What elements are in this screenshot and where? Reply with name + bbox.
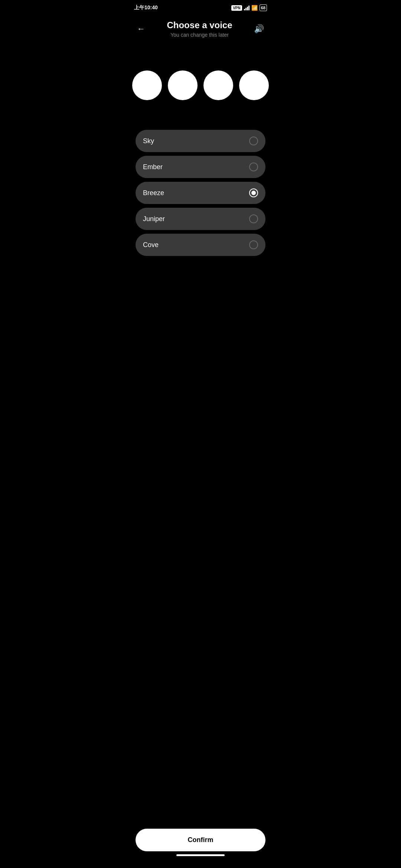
radio-sky [249,137,258,145]
radio-juniper [249,214,258,223]
voice-label-cove: Cove [143,241,159,249]
voice-visualization [128,41,273,130]
voice-option-sky[interactable]: Sky [136,130,265,152]
radio-breeze [249,188,258,197]
status-time: 上午10:40 [134,4,158,11]
voice-option-ember[interactable]: Ember [136,156,265,178]
voice-circle-3 [203,70,233,100]
voice-label-sky: Sky [143,137,154,145]
battery-indicator: 68 [260,4,267,11]
radio-cove [249,240,258,249]
radio-ember [249,162,258,171]
voice-label-breeze: Breeze [143,189,164,197]
voice-circle-2 [168,70,198,100]
page-header: ← Choose a voice You can change this lat… [128,14,273,41]
volume-button[interactable]: 🔊 [252,23,265,35]
vpn-badge: VPN [231,5,242,11]
voice-option-breeze[interactable]: Breeze [136,182,265,204]
status-right: VPN 📶 68 [231,4,267,11]
voice-options-list: Sky Ember Breeze Juniper Cove [128,130,273,256]
signal-icon [244,5,250,10]
header-center: Choose a voice You can change this later [147,20,252,38]
voice-option-cove[interactable]: Cove [136,234,265,256]
page-title: Choose a voice [147,20,252,30]
back-button[interactable]: ← [136,23,147,35]
voice-circle-4 [239,70,269,100]
radio-inner-breeze [251,191,256,195]
page-subtitle: You can change this later [147,32,252,38]
wifi-icon: 📶 [251,5,258,11]
voice-option-juniper[interactable]: Juniper [136,208,265,230]
voice-label-ember: Ember [143,163,163,171]
voice-circle-1 [132,70,162,100]
voice-label-juniper: Juniper [143,215,165,223]
status-bar: 上午10:40 VPN 📶 68 [128,0,273,14]
